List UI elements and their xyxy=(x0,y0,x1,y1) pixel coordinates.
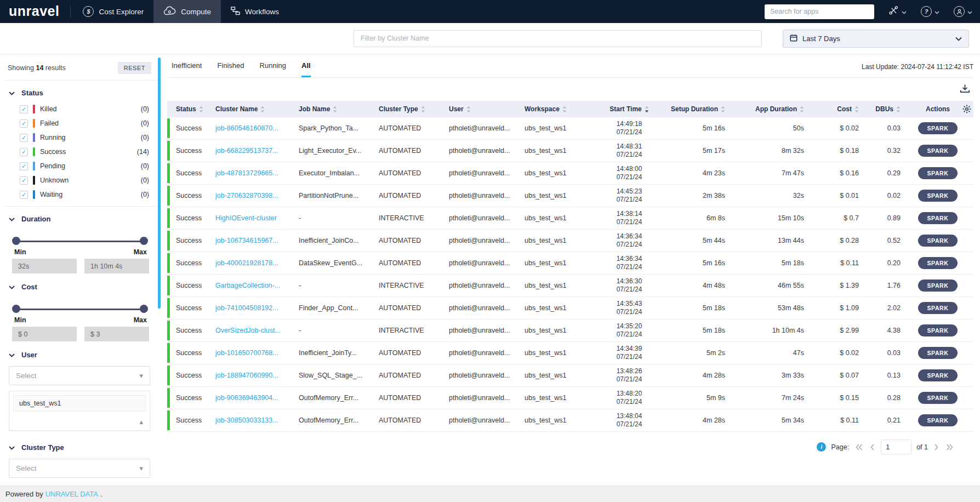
cluster-name-link[interactable]: job-270632870398... xyxy=(215,192,278,199)
table-row[interactable]: Success job-668229513737... Light_Execut… xyxy=(167,140,973,162)
cluster-type-section-header[interactable]: Cluster Type xyxy=(4,435,158,457)
column-header-cluster-name[interactable]: Cluster Name xyxy=(215,105,299,113)
spark-action-button[interactable]: SPARK xyxy=(918,167,958,179)
info-icon[interactable]: i xyxy=(817,442,826,452)
user-select[interactable]: Select ▾ xyxy=(9,366,150,385)
table-row[interactable]: Success job-106734615967... Inefficient_… xyxy=(167,230,973,252)
tools-menu[interactable] xyxy=(888,5,907,18)
spark-action-button[interactable]: SPARK xyxy=(918,302,958,314)
checkbox-checked-icon[interactable]: ✓ xyxy=(20,162,28,170)
column-header-workspace[interactable]: Workspace xyxy=(525,105,589,113)
search-input[interactable] xyxy=(765,4,874,19)
table-row[interactable]: Success GarbageCollection-... - INTERACT… xyxy=(167,275,973,297)
duration-section-header[interactable]: Duration xyxy=(4,207,158,228)
user-section-header[interactable]: User xyxy=(4,343,158,364)
table-row[interactable]: Success job-400021928178... DataSkew_Eve… xyxy=(167,252,973,275)
next-page-button[interactable] xyxy=(933,443,940,452)
cost-max-value[interactable]: $ 3 xyxy=(84,327,149,341)
cluster-name-link[interactable]: HighIOEvent-cluster xyxy=(215,214,277,222)
cost-min-value[interactable]: $ 0 xyxy=(12,327,77,341)
date-range-dropdown[interactable]: Last 7 Days xyxy=(783,30,969,48)
tab-all[interactable]: All xyxy=(301,61,311,77)
spark-action-button[interactable]: SPARK xyxy=(918,257,958,269)
cluster-name-link[interactable]: OverSizedJob-clust... xyxy=(215,327,281,334)
checkbox-checked-icon[interactable]: ✓ xyxy=(20,191,28,199)
column-header-app-duration[interactable]: App Duration xyxy=(744,105,819,113)
checkbox-checked-icon[interactable]: ✓ xyxy=(20,148,28,156)
checkbox-checked-icon[interactable]: ✓ xyxy=(20,105,28,113)
column-header-start-time[interactable]: Start Time xyxy=(589,105,669,113)
column-header-user[interactable]: User xyxy=(449,105,525,113)
cluster-name-link[interactable]: job-308503033133... xyxy=(215,417,278,424)
table-row[interactable]: Success job-270632870398... PartitionNot… xyxy=(167,185,973,207)
table-row[interactable]: Success job-308503033133... OutofMemory_… xyxy=(167,409,973,432)
previous-page-button[interactable] xyxy=(869,443,876,452)
status-filter-item[interactable]: ✓ Running (0) xyxy=(4,130,158,145)
cluster-name-link[interactable]: job-860546160870... xyxy=(215,124,278,132)
spark-action-button[interactable]: SPARK xyxy=(918,279,958,292)
cluster-name-link[interactable]: job-487813729665... xyxy=(215,169,278,177)
status-section-header[interactable]: Status xyxy=(4,81,158,102)
cluster-name-link[interactable]: job-106734615967... xyxy=(215,237,278,244)
status-filter-item[interactable]: ✓ Unknown (0) xyxy=(4,173,158,187)
table-row[interactable]: Success job-188947060990... Slow_SQL_Sta… xyxy=(167,364,973,387)
spark-action-button[interactable]: SPARK xyxy=(918,212,958,224)
column-header-cluster-type[interactable]: Cluster Type xyxy=(379,105,449,113)
table-row[interactable]: Success job-101650700768... Inefficient_… xyxy=(167,342,973,364)
download-button[interactable] xyxy=(960,84,970,95)
spark-action-button[interactable]: SPARK xyxy=(918,122,958,134)
page-number-input[interactable] xyxy=(881,440,911,454)
last-page-button[interactable] xyxy=(945,443,955,452)
duration-range-slider[interactable] xyxy=(12,237,148,246)
help-menu[interactable]: ? xyxy=(921,6,939,17)
status-filter-item[interactable]: ✓ Success (14) xyxy=(4,145,158,159)
workspace-option[interactable]: ubs_test_ws1 xyxy=(13,395,146,412)
status-filter-item[interactable]: ✓ Failed (0) xyxy=(4,116,158,130)
table-row[interactable]: Success job-741004508192... Finder_App_C… xyxy=(167,297,973,320)
checkbox-checked-icon[interactable]: ✓ xyxy=(20,119,28,128)
cluster-name-link[interactable]: job-101650700768... xyxy=(215,349,278,357)
reset-filters-button[interactable]: RESET xyxy=(118,62,151,74)
slider-handle-max[interactable] xyxy=(140,237,148,245)
first-page-button[interactable] xyxy=(854,443,864,452)
table-row[interactable]: Success OverSizedJob-clust... - INTERACT… xyxy=(167,320,973,342)
cluster-name-filter-input[interactable] xyxy=(354,30,762,47)
spark-action-button[interactable]: SPARK xyxy=(918,347,958,359)
cluster-name-link[interactable]: job-906369463904... xyxy=(215,394,278,402)
column-header-dbus[interactable]: DBUs xyxy=(865,105,907,113)
cluster-name-link[interactable]: job-668229513737... xyxy=(215,147,278,155)
column-header-job-name[interactable]: Job Name xyxy=(299,105,379,113)
spark-action-button[interactable]: SPARK xyxy=(918,145,958,157)
checkbox-checked-icon[interactable]: ✓ xyxy=(20,134,28,142)
nav-item-compute[interactable]: Compute xyxy=(153,0,221,23)
spark-action-button[interactable]: SPARK xyxy=(918,324,958,336)
tab-inefficient[interactable]: Inefficient xyxy=(172,61,202,77)
collapse-dropdown-control[interactable]: ▴ xyxy=(9,415,150,430)
status-filter-item[interactable]: ✓ Pending (0) xyxy=(4,159,158,173)
tab-finished[interactable]: Finished xyxy=(217,61,244,77)
cluster-type-select[interactable]: Select ▾ xyxy=(9,459,150,478)
tab-running[interactable]: Running xyxy=(260,61,286,77)
cluster-name-link[interactable]: job-741004508192... xyxy=(215,304,278,312)
cluster-name-link[interactable]: GarbageCollection-... xyxy=(215,282,280,289)
table-row[interactable]: Success job-487813729665... Executor_Imb… xyxy=(167,162,973,185)
cost-range-slider[interactable] xyxy=(12,305,148,313)
user-menu[interactable] xyxy=(954,6,972,17)
table-row[interactable]: Success HighIOEvent-cluster - INTERACTIV… xyxy=(167,207,973,230)
slider-handle-max[interactable] xyxy=(140,305,148,313)
table-row[interactable]: Success job-906369463904... OutofMemory_… xyxy=(167,387,973,409)
column-header-setup-duration[interactable]: Setup Duration xyxy=(669,105,744,113)
unravel-data-link[interactable]: UNRAVEL DATA xyxy=(45,490,98,498)
cluster-name-link[interactable]: job-400021928178... xyxy=(215,259,278,267)
slider-handle-min[interactable] xyxy=(12,305,20,313)
cost-section-header[interactable]: Cost xyxy=(4,275,158,296)
spark-action-button[interactable]: SPARK xyxy=(918,235,958,247)
unravel-logo[interactable]: unravel xyxy=(0,3,70,20)
spark-action-button[interactable]: SPARK xyxy=(918,369,958,381)
spark-action-button[interactable]: SPARK xyxy=(918,392,958,404)
checkbox-checked-icon[interactable]: ✓ xyxy=(20,176,28,185)
status-filter-item[interactable]: ✓ Killed (0) xyxy=(4,102,158,116)
spark-action-button[interactable]: SPARK xyxy=(918,190,958,202)
slider-handle-min[interactable] xyxy=(12,237,20,245)
spark-action-button[interactable]: SPARK xyxy=(918,414,958,426)
